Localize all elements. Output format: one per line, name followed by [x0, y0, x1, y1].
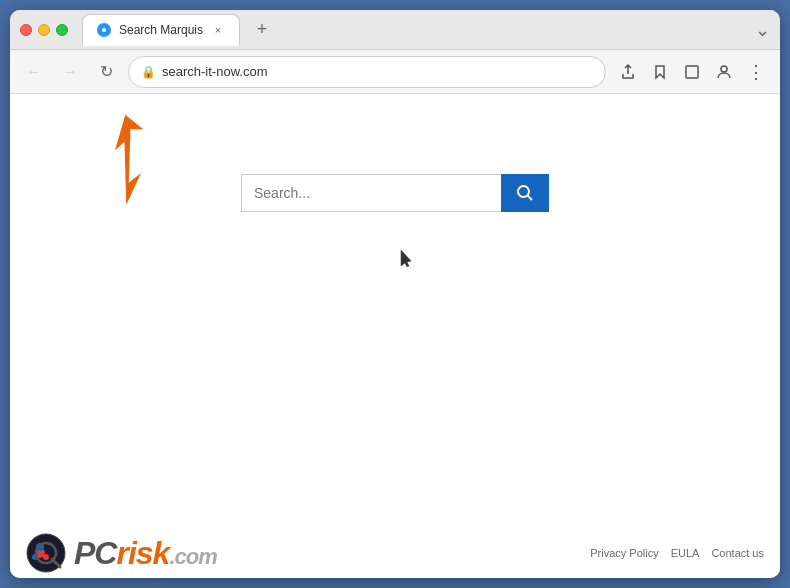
- nav-actions: ⋮: [614, 58, 770, 86]
- browser-tab[interactable]: Search Marquis ×: [82, 14, 240, 46]
- svg-line-8: [528, 196, 533, 201]
- contact-us-link[interactable]: Contact us: [711, 547, 764, 559]
- forward-button[interactable]: →: [56, 58, 84, 86]
- svg-point-12: [43, 554, 49, 560]
- new-tab-button[interactable]: +: [248, 16, 276, 44]
- window-menu-button[interactable]: ⌄: [755, 19, 770, 41]
- search-area: [10, 94, 780, 212]
- title-bar: Search Marquis × + ⌄: [10, 10, 780, 50]
- refresh-button[interactable]: ↻: [92, 58, 120, 86]
- logo-risk: risk: [116, 535, 169, 571]
- search-button[interactable]: [501, 174, 549, 212]
- logo-text: PCrisk.com: [74, 535, 217, 572]
- share-button[interactable]: [614, 58, 642, 86]
- pcrisk-logo-icon: [26, 533, 66, 573]
- maximize-button[interactable]: [56, 24, 68, 36]
- browser-window: Search Marquis × + ⌄ ← → ↻ 🔒 search-it-n…: [10, 10, 780, 578]
- svg-rect-3: [686, 66, 698, 78]
- eula-link[interactable]: EULA: [671, 547, 700, 559]
- footer-logo: PCrisk.com: [26, 533, 217, 573]
- navigation-bar: ← → ↻ 🔒 search-it-now.com: [10, 50, 780, 94]
- profile-button[interactable]: [710, 58, 738, 86]
- page-footer: PCrisk.com Privacy Policy EULA Contact u…: [10, 528, 780, 578]
- footer-links: Privacy Policy EULA Contact us: [590, 547, 764, 559]
- close-button[interactable]: [20, 24, 32, 36]
- tab-title: Search Marquis: [119, 23, 203, 37]
- svg-point-4: [721, 66, 727, 72]
- address-bar[interactable]: 🔒 search-it-now.com: [128, 56, 606, 88]
- page-content: PCrisk.com Privacy Policy EULA Contact u…: [10, 94, 780, 578]
- back-button[interactable]: ←: [20, 58, 48, 86]
- svg-point-7: [518, 186, 529, 197]
- lock-icon: 🔒: [141, 65, 156, 79]
- svg-marker-2: [656, 66, 664, 78]
- logo-com: .com: [169, 544, 216, 569]
- tab-favicon: [97, 23, 111, 37]
- menu-button[interactable]: ⋮: [742, 58, 770, 86]
- address-text: search-it-now.com: [162, 64, 593, 79]
- tab-switcher-button[interactable]: [678, 58, 706, 86]
- traffic-lights: [20, 24, 68, 36]
- privacy-policy-link[interactable]: Privacy Policy: [590, 547, 658, 559]
- bookmark-button[interactable]: [646, 58, 674, 86]
- search-input[interactable]: [241, 174, 501, 212]
- logo-pc: PC: [74, 535, 116, 571]
- minimize-button[interactable]: [38, 24, 50, 36]
- tab-close-button[interactable]: ×: [211, 23, 225, 37]
- cursor: [400, 249, 414, 271]
- svg-point-1: [102, 28, 106, 32]
